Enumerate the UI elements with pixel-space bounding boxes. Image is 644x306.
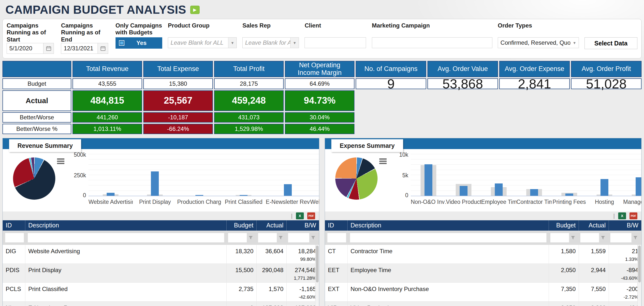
cell-budget: 2,735 <box>227 283 256 301</box>
filter-funnel-icon[interactable] <box>311 235 316 240</box>
filter-funnel-icon[interactable] <box>600 235 606 240</box>
bar-group <box>133 154 177 196</box>
cell-budget: 0 <box>227 302 256 306</box>
y-axis: 500k250k0 <box>69 154 86 196</box>
vertical-scrollbar[interactable] <box>637 245 641 306</box>
start-date-input[interactable] <box>7 43 44 54</box>
page-title: CAMPAIGN BUDGET ANALYSIS <box>6 3 186 16</box>
cell-actual: 1,559 <box>579 245 609 264</box>
filter-cell <box>256 233 286 242</box>
column-filter-input[interactable] <box>610 233 632 242</box>
export-excel-icon[interactable]: X <box>296 212 304 219</box>
column-header: Description <box>348 220 549 231</box>
calendar-icon[interactable] <box>98 43 108 54</box>
cell-id: EXT <box>325 283 348 301</box>
column-filter-input[interactable] <box>550 233 569 242</box>
filter-funnel-icon[interactable] <box>278 235 283 240</box>
client-input[interactable] <box>304 37 366 48</box>
export-excel-icon[interactable]: X <box>618 212 626 219</box>
chart-menu-icon[interactable] <box>379 158 387 164</box>
column-filter-input[interactable] <box>328 233 346 242</box>
column-header: Budget <box>227 220 256 231</box>
product-group-select[interactable]: Leave Blank for ALL ▼ <box>168 37 237 48</box>
column-filter-input[interactable] <box>258 233 277 242</box>
cell-budget: 1,580 <box>549 245 579 264</box>
kpi-actual-cell: 459,248 <box>214 90 284 111</box>
cell-bw: -200-2.72% <box>609 283 641 301</box>
table-row[interactable]: CTContractor Time1,5801,559211.33% <box>325 245 641 264</box>
filter-cell <box>26 233 226 242</box>
toolbar-separator: | <box>291 213 292 219</box>
bar-group <box>88 154 133 196</box>
column-filter-input[interactable] <box>350 233 546 242</box>
table-row[interactable]: PDISPrint Display15,500290,048274,5481,7… <box>3 264 319 283</box>
plot-area <box>88 154 319 196</box>
kpi-bw-cell: 30.04% <box>285 112 354 123</box>
actual-bar <box>495 183 503 196</box>
bar-group <box>587 154 622 196</box>
cell-description: Website Advertising <box>25 245 227 264</box>
kpi-bw-cell: 441,260 <box>72 112 142 123</box>
filter-cell <box>548 233 578 242</box>
export-pdf-icon[interactable]: PDF <box>630 212 637 219</box>
x-tick-label: Contractor Time <box>516 199 552 205</box>
x-tick-label: Management <box>622 199 642 205</box>
x-tick-label: Employee Time <box>481 199 516 205</box>
sales-rep-select[interactable]: Leave Blank for ALL ▼ <box>242 37 299 48</box>
column-header: Description <box>25 220 227 231</box>
chevron-down-icon: ▼ <box>228 37 236 48</box>
cell-bw-pct: -2.72% <box>612 295 638 300</box>
end-date-input[interactable] <box>61 43 98 54</box>
summary-panels: Revenue Summary 500k250k0 Website Advert… <box>2 138 642 306</box>
column-header: ID <box>325 220 348 231</box>
column-filter-input[interactable] <box>228 233 247 242</box>
select-data-button[interactable]: Select Data <box>584 37 637 49</box>
table-row[interactable]: EETEmployee Time2,0502,944-894-43.60% <box>325 264 641 283</box>
table-row[interactable]: PCLSPrint Classified2,7351,570-1,165-42.… <box>3 283 319 302</box>
kpi-header-cell: Avg. Order Value <box>428 61 498 77</box>
table-header-row: IDDescriptionBudgetActualB/W <box>325 220 641 231</box>
table-row[interactable]: DIGWebsite Advertising18,32036,60418,284… <box>3 245 319 264</box>
filter-label: Order Types <box>498 22 579 37</box>
scrollbar-thumb[interactable] <box>638 246 641 283</box>
video-tutorial-icon[interactable]: ▶ <box>190 6 200 14</box>
cell-description: Print Classified <box>25 283 227 301</box>
column-filter-input[interactable] <box>288 233 309 242</box>
filter-funnel-icon[interactable] <box>248 235 253 240</box>
order-types-select[interactable]: Confirmed, Reserved, Quoted ▼ <box>498 37 579 48</box>
filter-funnel-icon[interactable] <box>570 235 576 240</box>
cell-budget: 2,050 <box>549 264 579 283</box>
column-header: Actual <box>256 220 286 231</box>
vertical-scrollbar[interactable] <box>315 245 319 306</box>
filter-funnel-icon[interactable] <box>633 235 638 240</box>
title-bar: CAMPAIGN BUDGET ANALYSIS ▶ <box>0 0 644 18</box>
kpi-budget-cell: 15,380 <box>143 78 213 89</box>
column-filter-input[interactable] <box>5 233 24 242</box>
kpi-bw-pct-cell: -66.24% <box>143 124 213 134</box>
cell-bw-pct: -42.60% <box>290 295 316 300</box>
column-filter-input[interactable] <box>28 233 224 242</box>
kpi-actual-cell: 484,815 <box>72 90 142 111</box>
x-axis: Website AdvertisingPrint DisplayProducti… <box>88 196 319 205</box>
kpi-header-cell: No. of Campaigns <box>356 61 426 77</box>
chart-menu-icon[interactable] <box>57 158 64 164</box>
budgets-toggle[interactable]: Yes <box>116 37 162 49</box>
bar-group <box>266 154 310 196</box>
table-row[interactable]: VIDVideo Production2,8502,36648416.99% <box>325 302 641 306</box>
revenue-charts-row: 500k250k0 Website AdvertisingPrint Displ… <box>3 149 319 208</box>
kpi-row-label: Better/Worse % <box>2 124 71 134</box>
calendar-icon[interactable] <box>44 43 54 54</box>
scrollbar-thumb[interactable] <box>316 246 318 283</box>
export-pdf-icon[interactable]: PDF <box>307 212 315 219</box>
tab-expense-summary[interactable]: Expense Summary <box>331 139 403 152</box>
table-row[interactable]: EXTNon-O&O Inventory Purchase7,3507,550-… <box>325 283 641 302</box>
column-filter-input[interactable] <box>580 233 599 242</box>
cell-bw: -1,165-42.60% <box>286 283 319 301</box>
tab-revenue-summary[interactable]: Revenue Summary <box>9 139 81 152</box>
column-header: Budget <box>549 220 579 231</box>
table-row[interactable]: NLE-Newsletter Revenue0137,893137,8930.0… <box>3 302 319 306</box>
kpi-header-cell: Total Expense <box>143 61 213 77</box>
marketing-campaign-input[interactable] <box>372 37 492 48</box>
filter-label: Campaigns Running as of End <box>61 22 110 43</box>
bar-group <box>177 154 222 196</box>
